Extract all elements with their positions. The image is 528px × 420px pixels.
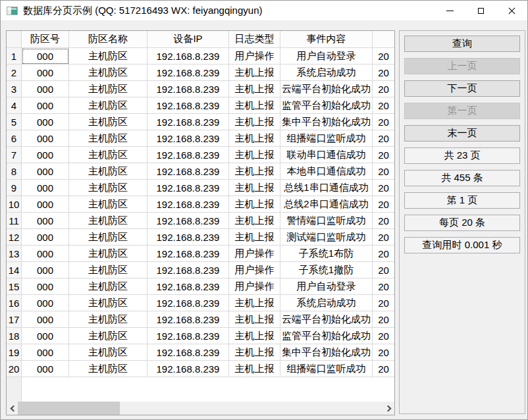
cell-log-type[interactable]: 用户操作 <box>229 246 280 262</box>
last-page-button[interactable]: 末一页 <box>404 125 520 142</box>
cell-zone-code[interactable]: 000 <box>22 361 69 377</box>
cell-timestamp-clipped[interactable]: 20 <box>373 262 394 278</box>
scrollbar-thumb[interactable] <box>18 402 120 415</box>
cell-zone-name[interactable]: 主机防区 <box>69 262 147 278</box>
cell-device-ip[interactable]: 192.168.8.239 <box>147 262 229 278</box>
column-header-log-type[interactable]: 日志类型 <box>229 31 280 48</box>
cell-log-type[interactable]: 主机上报 <box>229 114 280 130</box>
row-number[interactable]: 18 <box>7 328 22 344</box>
row-number[interactable]: 5 <box>7 114 22 130</box>
cell-log-type[interactable]: 主机上报 <box>229 344 280 361</box>
row-number[interactable]: 2 <box>7 65 22 81</box>
cell-event-content[interactable]: 系统启动成功 <box>280 65 373 81</box>
cell-zone-code[interactable]: 000 <box>22 213 69 229</box>
cell-event-content[interactable]: 子系统1撤防 <box>280 262 373 278</box>
cell-timestamp-clipped[interactable]: 20 <box>373 311 394 328</box>
cell-zone-code[interactable]: 000 <box>22 229 69 246</box>
title-bar[interactable]: 数据库分页示例 (QQ: 517216493 WX: feiyangqingyu… <box>1 1 527 21</box>
cell-event-content[interactable]: 用户自动登录 <box>280 278 373 295</box>
close-button[interactable] <box>496 1 527 20</box>
cell-event-content[interactable]: 云端平台初始化成功 <box>280 81 373 97</box>
cell-event-content[interactable]: 总线2串口通信成功 <box>280 196 373 213</box>
cell-event-content[interactable]: 集中平台初始化成功 <box>280 114 373 130</box>
row-number[interactable]: 19 <box>7 344 22 361</box>
row-number[interactable]: 8 <box>7 163 22 180</box>
scroll-left-button[interactable] <box>7 402 18 415</box>
row-number[interactable]: 4 <box>7 97 22 114</box>
cell-device-ip[interactable]: 192.168.8.239 <box>147 246 229 262</box>
cell-zone-name[interactable]: 主机防区 <box>69 295 147 311</box>
column-header-zone-code[interactable]: 防区号 <box>22 31 69 48</box>
cell-zone-name[interactable]: 主机防区 <box>69 311 147 328</box>
cell-log-type[interactable]: 主机上报 <box>229 65 280 81</box>
cell-device-ip[interactable]: 192.168.8.239 <box>147 328 229 344</box>
cell-zone-code[interactable]: 000 <box>22 114 69 130</box>
cell-device-ip[interactable]: 192.168.8.239 <box>147 114 229 130</box>
cell-event-content[interactable]: 系统启动成功 <box>280 295 373 311</box>
cell-timestamp-clipped[interactable]: 20 <box>373 213 394 229</box>
cell-zone-name[interactable]: 主机防区 <box>69 130 147 147</box>
cell-event-content[interactable]: 集中平台初始化成功 <box>280 344 373 361</box>
row-number[interactable]: 11 <box>7 213 22 229</box>
cell-event-content[interactable]: 组播端口监听成功 <box>280 361 373 377</box>
corner-header-cell[interactable] <box>7 31 22 48</box>
cell-log-type[interactable]: 主机上报 <box>229 97 280 114</box>
cell-zone-code[interactable]: 000 <box>22 163 69 180</box>
cell-timestamp-clipped[interactable]: 20 <box>373 328 394 344</box>
cell-timestamp-clipped[interactable]: 20 <box>373 163 394 180</box>
cell-zone-name[interactable]: 主机防区 <box>69 246 147 262</box>
cell-event-content[interactable]: 测试端口监听成功 <box>280 229 373 246</box>
cell-zone-name[interactable]: 主机防区 <box>69 163 147 180</box>
cell-zone-code[interactable]: 000 <box>22 147 69 163</box>
cell-log-type[interactable]: 主机上报 <box>229 213 280 229</box>
cell-zone-name[interactable]: 主机防区 <box>69 48 147 65</box>
row-number[interactable]: 13 <box>7 246 22 262</box>
cell-timestamp-clipped[interactable]: 20 <box>373 295 394 311</box>
cell-log-type[interactable]: 主机上报 <box>229 328 280 344</box>
cell-zone-name[interactable]: 主机防区 <box>69 213 147 229</box>
row-number[interactable]: 15 <box>7 278 22 295</box>
cell-timestamp-clipped[interactable]: 20 <box>373 147 394 163</box>
column-header-timestamp-clipped[interactable] <box>373 31 394 48</box>
cell-zone-code[interactable]: 000 <box>22 278 69 295</box>
first-page-button[interactable]: 第一页 <box>404 103 520 119</box>
cell-zone-name[interactable]: 主机防区 <box>69 344 147 361</box>
cell-zone-name[interactable]: 主机防区 <box>69 81 147 97</box>
row-number[interactable]: 12 <box>7 229 22 246</box>
cell-zone-code[interactable]: 000 <box>22 97 69 114</box>
next-page-button[interactable]: 下一页 <box>404 80 520 97</box>
cell-log-type[interactable]: 主机上报 <box>229 311 280 328</box>
cell-device-ip[interactable]: 192.168.8.239 <box>147 130 229 147</box>
cell-event-content[interactable]: 总线1串口通信成功 <box>280 180 373 196</box>
row-number[interactable]: 20 <box>7 361 22 377</box>
row-number[interactable]: 9 <box>7 180 22 196</box>
cell-zone-name[interactable]: 主机防区 <box>69 229 147 246</box>
cell-device-ip[interactable]: 192.168.8.239 <box>147 278 229 295</box>
cell-timestamp-clipped[interactable]: 20 <box>373 361 394 377</box>
cell-log-type[interactable]: 用户操作 <box>229 262 280 278</box>
cell-device-ip[interactable]: 192.168.8.239 <box>147 65 229 81</box>
cell-zone-code[interactable]: 000 <box>22 65 69 81</box>
cell-timestamp-clipped[interactable]: 20 <box>373 196 394 213</box>
cell-event-content[interactable]: 监管平台初始化成功 <box>280 328 373 344</box>
cell-timestamp-clipped[interactable]: 20 <box>373 114 394 130</box>
row-number[interactable]: 17 <box>7 311 22 328</box>
cell-event-content[interactable]: 用户自动登录 <box>280 48 373 65</box>
cell-zone-code[interactable]: 000 <box>22 48 69 65</box>
cell-device-ip[interactable]: 192.168.8.239 <box>147 361 229 377</box>
cell-event-content[interactable]: 联动串口通信成功 <box>280 147 373 163</box>
row-number[interactable]: 3 <box>7 81 22 97</box>
column-header-event-content[interactable]: 事件内容 <box>280 31 373 48</box>
cell-device-ip[interactable]: 192.168.8.239 <box>147 229 229 246</box>
cell-device-ip[interactable]: 192.168.8.239 <box>147 48 229 65</box>
cell-log-type[interactable]: 主机上报 <box>229 163 280 180</box>
cell-event-content[interactable]: 云端平台初始化成功 <box>280 311 373 328</box>
cell-zone-code[interactable]: 000 <box>22 196 69 213</box>
cell-log-type[interactable]: 主机上报 <box>229 361 280 377</box>
maximize-button[interactable] <box>465 1 496 20</box>
cell-event-content[interactable]: 子系统1布防 <box>280 246 373 262</box>
cell-log-type[interactable]: 用户操作 <box>229 48 280 65</box>
cell-timestamp-clipped[interactable]: 20 <box>373 81 394 97</box>
cell-zone-name[interactable]: 主机防区 <box>69 97 147 114</box>
cell-device-ip[interactable]: 192.168.8.239 <box>147 344 229 361</box>
